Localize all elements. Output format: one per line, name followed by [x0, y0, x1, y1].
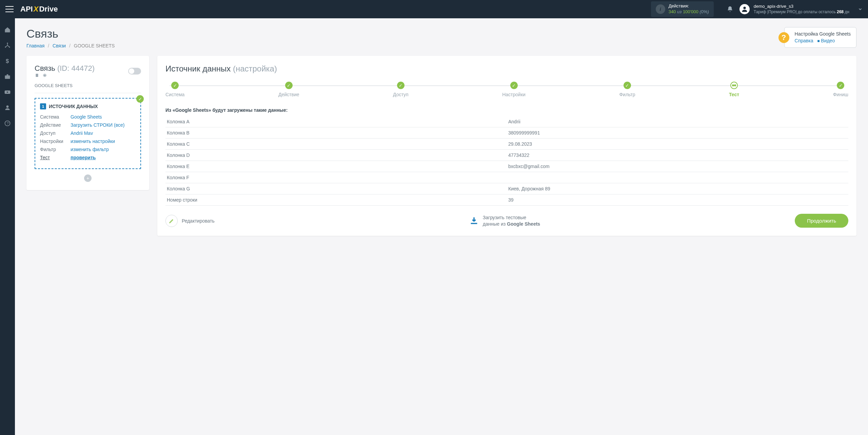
help-video-link[interactable]: Видео [821, 38, 835, 43]
gear-icon[interactable] [42, 73, 47, 78]
table-row: Колонка F [165, 172, 848, 183]
table-row: Номер строки39 [165, 194, 848, 206]
briefcase-icon[interactable] [4, 73, 11, 80]
step-система[interactable]: ✓Система [165, 82, 184, 97]
help-ref-link[interactable]: Справка [795, 38, 813, 43]
home-icon[interactable] [4, 26, 11, 33]
chevron-down-icon[interactable] [858, 7, 863, 12]
svg-point-0 [743, 7, 746, 9]
table-row: Колонка Ebxcbxc@gmail.com [165, 161, 848, 172]
user-icon[interactable] [4, 104, 11, 111]
logo-text-post: Drive [39, 5, 58, 14]
download-icon [469, 216, 479, 226]
help-icon[interactable]: ? [4, 120, 11, 127]
source-row[interactable]: ДоступAndrii Mav [40, 130, 136, 136]
load-text: Загрузить тестовые данные из Google Shee… [483, 214, 540, 227]
connection-toggle[interactable] [128, 68, 141, 75]
user-plan: Тариф |Премиум PRO| до оплаты осталось 2… [754, 9, 849, 15]
svg-point-1 [7, 43, 8, 44]
svg-text:?: ? [7, 121, 9, 125]
connection-subtitle: GOOGLE SHEETS [35, 83, 141, 93]
avatar[interactable] [739, 4, 750, 14]
data-source-card: Источник данных (настройка) ✓Система✓Дей… [157, 56, 856, 236]
source-check-icon: ✓ [136, 95, 144, 103]
source-row[interactable]: Настройкиизменить настройки [40, 139, 136, 144]
svg-point-7 [6, 105, 9, 108]
info-icon: i [656, 4, 665, 14]
connections-icon[interactable] [4, 42, 11, 49]
breadcrumb-links[interactable]: Связи [53, 43, 66, 48]
add-button[interactable]: + [84, 174, 92, 182]
source-row[interactable]: ДействиеЗагрузить СТРОКИ (все) [40, 122, 136, 128]
data-source-title: Источник данных (настройка) [165, 64, 848, 74]
connection-card: Связь (ID: 44472) GOOGLE SHEETS ✓ 1 ИСТ [26, 56, 149, 190]
pencil-icon [165, 215, 178, 227]
logo[interactable]: API X Drive [20, 5, 58, 14]
stepper: ✓Система✓Действие✓Доступ✓Настройки✓Фильт… [165, 82, 848, 97]
table-row: Колонка AAndrii [165, 116, 848, 127]
youtube-icon[interactable] [4, 89, 11, 96]
actions-values: 340 из 100'000 (0%) [669, 9, 709, 15]
table-row: Колонка GКиев, Дорожная 89 [165, 183, 848, 194]
logo-text-pre: API [20, 5, 33, 14]
data-section-title: Из «Google Sheets» будут загружены такие… [165, 107, 848, 113]
page-title: Связь [26, 27, 115, 40]
help-panel: ? Настройка Google Sheets Справка ■ Виде… [784, 27, 856, 48]
actions-counter[interactable]: i Действия: 340 из 100'000 (0%) [651, 1, 714, 17]
data-table: Колонка AAndriiКолонка B380999999991Коло… [165, 116, 848, 206]
billing-icon[interactable]: $ [4, 58, 11, 64]
breadcrumb-current: GOOGLE SHEETS [74, 43, 115, 48]
source-head: 1 ИСТОЧНИК ДАННЫХ [40, 103, 136, 109]
source-box: ✓ 1 ИСТОЧНИК ДАННЫХ СистемаGoogle Sheets… [35, 98, 141, 169]
source-row[interactable]: СистемаGoogle Sheets [40, 114, 136, 120]
connection-title: Связь (ID: 44472) [35, 64, 95, 78]
table-row: Колонка B380999999991 [165, 127, 848, 139]
svg-rect-5 [5, 76, 10, 79]
continue-button[interactable]: Продолжить [795, 214, 848, 228]
step-настройки[interactable]: ✓Настройки [502, 82, 526, 97]
menu-toggle[interactable] [5, 6, 14, 12]
svg-rect-10 [36, 74, 38, 77]
video-icon: ■ [817, 39, 820, 43]
actions-label: Действия: [669, 3, 709, 9]
copy-icon[interactable] [35, 73, 39, 78]
main-content: Связь Главная / Связи / GOOGLE SHEETS ? … [15, 18, 868, 435]
step-фильтр[interactable]: ✓Фильтр [619, 82, 635, 97]
notifications-icon[interactable] [727, 6, 733, 13]
load-test-button[interactable]: Загрузить тестовые данные из Google Shee… [469, 214, 540, 227]
user-block[interactable]: demo_apix-drive_s3 Тариф |Премиум PRO| д… [754, 4, 849, 15]
edit-label: Редактировать [182, 218, 215, 224]
user-name: demo_apix-drive_s3 [754, 4, 849, 9]
topbar: API X Drive i Действия: 340 из 100'000 (… [0, 0, 868, 18]
sidebar: $ ? [0, 18, 15, 435]
step-доступ[interactable]: ✓Доступ [393, 82, 409, 97]
svg-text:$: $ [6, 58, 9, 64]
logo-x: X [34, 5, 39, 14]
source-row[interactable]: Тестпроверить [40, 155, 136, 160]
help-circle-icon: ? [778, 32, 789, 43]
step-действие[interactable]: ✓Действие [278, 82, 299, 97]
breadcrumb: Главная / Связи / GOOGLE SHEETS [26, 43, 115, 48]
source-row[interactable]: Фильтризменить фильтр [40, 147, 136, 152]
step-финиш[interactable]: ✓Финиш [833, 82, 848, 97]
help-title: Настройка Google Sheets [795, 31, 851, 38]
num-badge: 1 [40, 103, 46, 109]
edit-button[interactable]: Редактировать [165, 215, 215, 227]
step-тест[interactable]: Тест [729, 82, 739, 97]
breadcrumb-home[interactable]: Главная [26, 43, 44, 48]
table-row: Колонка D47734322 [165, 150, 848, 161]
table-row: Колонка C29.08.2023 [165, 139, 848, 150]
